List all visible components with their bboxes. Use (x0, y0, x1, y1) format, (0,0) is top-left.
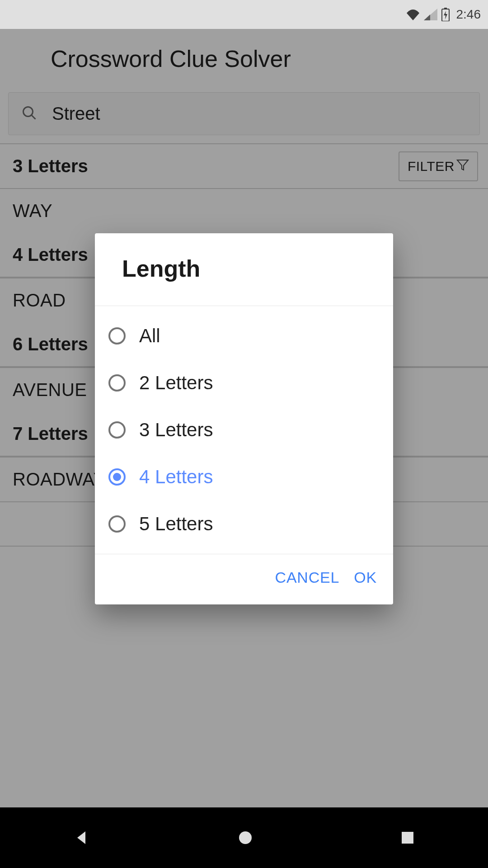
radio-icon (108, 421, 126, 439)
length-option[interactable]: All (99, 312, 389, 359)
radio-label: 4 Letters (139, 466, 213, 488)
wifi-icon (406, 9, 420, 20)
length-dialog: Length All2 Letters3 Letters4 Letters5 L… (95, 233, 393, 604)
app-content: Crossword Clue Solver 3 LettersFILTERWAY… (0, 29, 488, 807)
radio-icon (108, 468, 126, 486)
cell-signal-icon (424, 9, 437, 20)
radio-label: 5 Letters (139, 513, 213, 535)
status-bar: 2:46 (0, 0, 488, 29)
radio-icon (108, 515, 126, 533)
radio-icon (108, 327, 126, 344)
dialog-options: All2 Letters3 Letters4 Letters5 Letters (95, 306, 393, 554)
radio-label: All (139, 325, 160, 347)
nav-back-icon[interactable] (74, 830, 90, 846)
dialog-actions: CANCEL OK (95, 554, 393, 604)
svg-rect-5 (402, 832, 413, 844)
length-option[interactable]: 3 Letters (99, 406, 389, 453)
length-option[interactable]: 4 Letters (99, 453, 389, 500)
nav-home-icon[interactable] (238, 830, 253, 845)
svg-rect-1 (444, 8, 447, 9)
cancel-button[interactable]: CANCEL (275, 569, 340, 586)
android-nav-bar (0, 807, 488, 868)
length-option[interactable]: 5 Letters (99, 500, 389, 547)
radio-icon (108, 374, 126, 392)
battery-charging-icon (441, 8, 450, 21)
radio-label: 3 Letters (139, 419, 213, 441)
status-time: 2:46 (456, 7, 481, 22)
svg-point-4 (239, 831, 252, 844)
ok-button[interactable]: OK (354, 569, 377, 586)
length-option[interactable]: 2 Letters (99, 359, 389, 406)
dialog-title: Length (95, 233, 393, 306)
nav-recent-icon[interactable] (401, 831, 414, 844)
radio-label: 2 Letters (139, 372, 213, 394)
